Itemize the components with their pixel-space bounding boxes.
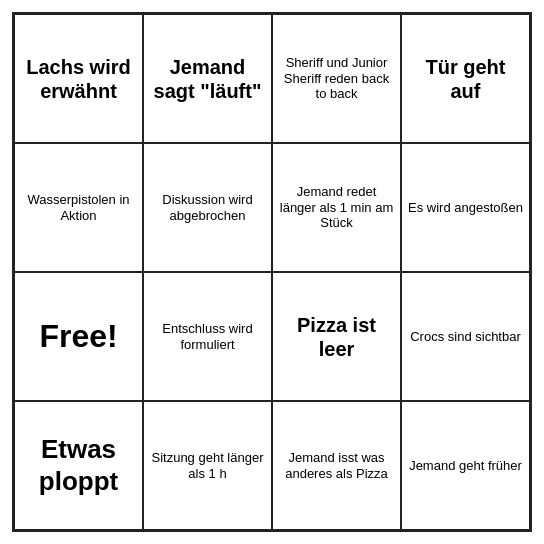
cell-text-r2c2: Pizza ist leer bbox=[279, 313, 394, 361]
bingo-cell-r2c3: Crocs sind sichtbar bbox=[401, 272, 530, 401]
bingo-board: Lachs wird erwähntJemand sagt "läuft"She… bbox=[12, 12, 532, 532]
cell-text-r2c1: Entschluss wird formuliert bbox=[150, 321, 265, 352]
cell-text-r2c0: Free! bbox=[39, 317, 117, 355]
cell-text-r3c1: Sitzung geht länger als 1 h bbox=[150, 450, 265, 481]
cell-text-r3c0: Etwas ploppt bbox=[21, 434, 136, 496]
cell-text-r0c0: Lachs wird erwähnt bbox=[21, 55, 136, 103]
bingo-cell-r1c1: Diskussion wird abgebrochen bbox=[143, 143, 272, 272]
cell-text-r2c3: Crocs sind sichtbar bbox=[410, 329, 521, 345]
bingo-cell-r2c1: Entschluss wird formuliert bbox=[143, 272, 272, 401]
bingo-cell-r0c0: Lachs wird erwähnt bbox=[14, 14, 143, 143]
bingo-cell-r2c0: Free! bbox=[14, 272, 143, 401]
cell-text-r3c3: Jemand geht früher bbox=[409, 458, 522, 474]
bingo-cell-r1c0: Wasserpistolen in Aktion bbox=[14, 143, 143, 272]
cell-text-r1c0: Wasserpistolen in Aktion bbox=[21, 192, 136, 223]
bingo-cell-r3c0: Etwas ploppt bbox=[14, 401, 143, 530]
cell-text-r1c2: Jemand redet länger als 1 min am Stück bbox=[279, 184, 394, 231]
bingo-cell-r3c3: Jemand geht früher bbox=[401, 401, 530, 530]
cell-text-r1c1: Diskussion wird abgebrochen bbox=[150, 192, 265, 223]
bingo-cell-r0c1: Jemand sagt "läuft" bbox=[143, 14, 272, 143]
cell-text-r0c1: Jemand sagt "läuft" bbox=[150, 55, 265, 103]
bingo-cell-r3c1: Sitzung geht länger als 1 h bbox=[143, 401, 272, 530]
cell-text-r3c2: Jemand isst was anderes als Pizza bbox=[279, 450, 394, 481]
bingo-cell-r0c2: Sheriff und Junior Sheriff reden back to… bbox=[272, 14, 401, 143]
cell-text-r1c3: Es wird angestoßen bbox=[408, 200, 523, 216]
cell-text-r0c3: Tür geht auf bbox=[408, 55, 523, 103]
bingo-cell-r1c2: Jemand redet länger als 1 min am Stück bbox=[272, 143, 401, 272]
bingo-cell-r3c2: Jemand isst was anderes als Pizza bbox=[272, 401, 401, 530]
bingo-cell-r2c2: Pizza ist leer bbox=[272, 272, 401, 401]
bingo-cell-r0c3: Tür geht auf bbox=[401, 14, 530, 143]
bingo-cell-r1c3: Es wird angestoßen bbox=[401, 143, 530, 272]
cell-text-r0c2: Sheriff und Junior Sheriff reden back to… bbox=[279, 55, 394, 102]
